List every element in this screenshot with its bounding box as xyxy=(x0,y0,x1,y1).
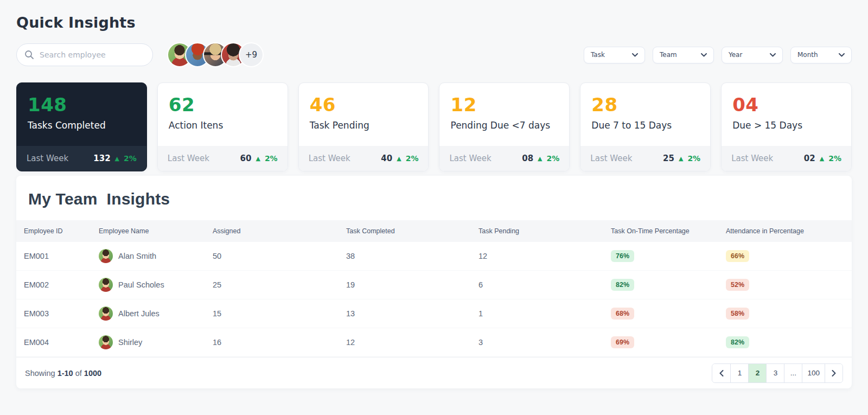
trend-percent: 2% xyxy=(547,154,560,163)
stat-card-pending-due-7[interactable]: 12 Pending Due <7 days Last Week 08 ▲ 2% xyxy=(439,82,570,171)
last-week-label: Last Week xyxy=(449,154,491,163)
completed-value: 12 xyxy=(346,338,478,347)
filter-bar: Task Team Year Month xyxy=(584,47,852,63)
col-on-time-pct: Task On-Time Percentage xyxy=(611,227,726,235)
chevron-left-icon xyxy=(719,370,724,376)
table-row[interactable]: EM001 Alan Smith 50 38 12 76% 66% xyxy=(16,242,852,271)
stat-card-footer: Last Week 02 ▲ 2% xyxy=(722,146,851,171)
col-attendance-pct: Attendance in Percentage xyxy=(726,227,844,235)
employee-name: Shirley xyxy=(118,338,142,347)
assigned-value: 16 xyxy=(213,338,346,347)
on-time-badge: 69% xyxy=(611,336,634,348)
next-page-button[interactable] xyxy=(825,364,843,382)
page-button-3[interactable]: 3 xyxy=(766,364,784,382)
assigned-value: 25 xyxy=(213,280,346,289)
filter-year[interactable]: Year xyxy=(722,47,783,63)
stat-card-due-over-15[interactable]: 04 Due > 15 Days Last Week 02 ▲ 2% xyxy=(721,82,852,171)
stat-label: Due 7 to 15 Days xyxy=(591,120,699,131)
last-week-value: 25 xyxy=(663,154,674,163)
stat-value: 12 xyxy=(450,94,558,116)
completed-value: 19 xyxy=(346,280,478,289)
stat-card-footer: Last Week 60 ▲ 2% xyxy=(158,146,288,171)
stat-label: Action Itens xyxy=(169,120,277,131)
col-employee-name: Employee Name xyxy=(99,227,213,235)
col-assigned: Assigned xyxy=(213,227,346,235)
filter-month[interactable]: Month xyxy=(790,47,852,63)
stat-cards-row: 148 Tasks Completed Last Week 132 ▲ 2% 6… xyxy=(16,82,852,171)
page-button-100[interactable]: 100 xyxy=(802,364,825,382)
trend-percent: 2% xyxy=(265,154,278,163)
avatar-overflow-badge[interactable]: +9 xyxy=(239,42,264,67)
stat-card-tasks-completed[interactable]: 148 Tasks Completed Last Week 132 ▲ 2% xyxy=(16,82,147,171)
prev-page-button[interactable] xyxy=(712,364,730,382)
trend-percent: 2% xyxy=(124,154,137,163)
stat-label: Tasks Completed xyxy=(28,120,136,131)
stat-card-body: 12 Pending Due <7 days xyxy=(439,83,569,146)
col-task-completed: Task Completed xyxy=(346,227,478,235)
showing-total: 1000 xyxy=(84,369,101,378)
trend-up-icon: ▲ xyxy=(397,155,401,162)
page-button-1[interactable]: 1 xyxy=(730,364,748,382)
stat-card-footer: Last Week 40 ▲ 2% xyxy=(299,146,429,171)
employee-avatar xyxy=(99,249,113,263)
team-insights-panel: My Team Insights Employee ID Employee Na… xyxy=(16,176,852,388)
filter-team[interactable]: Team xyxy=(653,47,714,63)
stat-card-body: 28 Due 7 to 15 Days xyxy=(580,83,710,146)
last-week-label: Last Week xyxy=(590,154,632,163)
header-toolbar: +9 Task Team Year Month xyxy=(16,42,852,67)
trend-up-icon: ▲ xyxy=(115,155,119,162)
stat-card-body: 62 Action Itens xyxy=(158,83,288,146)
table-row[interactable]: EM003 Albert Jules 15 13 1 68% 58% xyxy=(16,299,852,328)
stat-card-action-items[interactable]: 62 Action Itens Last Week 60 ▲ 2% xyxy=(157,82,288,171)
stat-value: 62 xyxy=(169,94,277,116)
assigned-value: 50 xyxy=(213,252,346,260)
search-box[interactable] xyxy=(16,43,153,66)
trend-up-icon: ▲ xyxy=(679,155,683,162)
chevron-right-icon xyxy=(832,370,836,376)
pending-value: 1 xyxy=(478,309,611,318)
trend-percent: 2% xyxy=(406,154,419,163)
stat-card-body: 46 Task Pending xyxy=(299,83,429,146)
chevron-down-icon xyxy=(839,53,845,57)
stat-card-footer: Last Week 25 ▲ 2% xyxy=(580,146,710,171)
chevron-down-icon xyxy=(632,53,638,57)
pending-value: 12 xyxy=(478,252,611,260)
page-button-2[interactable]: 2 xyxy=(748,364,766,382)
stat-label: Due > 15 Days xyxy=(732,120,840,131)
employee-name-cell: Paul Scholes xyxy=(99,278,213,292)
avatar-group: +9 xyxy=(167,42,264,67)
search-input[interactable] xyxy=(40,50,145,59)
page-button-ellipsis[interactable]: ... xyxy=(784,364,802,382)
last-week-label: Last Week xyxy=(731,154,773,163)
pagination: 1 2 3 ... 100 xyxy=(712,363,843,383)
last-week-label: Last Week xyxy=(27,154,68,163)
completed-value: 13 xyxy=(346,309,478,318)
employee-name-cell: Albert Jules xyxy=(99,307,213,321)
stat-card-task-pending[interactable]: 46 Task Pending Last Week 40 ▲ 2% xyxy=(298,82,429,171)
pending-value: 3 xyxy=(478,338,611,347)
employee-name: Alan Smith xyxy=(118,252,156,260)
filter-year-label: Year xyxy=(729,51,742,59)
showing-summary: Showing 1-10 of 1000 xyxy=(25,369,101,378)
showing-of: of xyxy=(75,369,82,378)
showing-label: Showing xyxy=(25,369,55,378)
stat-label: Pending Due <7 days xyxy=(450,120,558,131)
last-week-value: 02 xyxy=(804,154,815,163)
col-employee-id: Employee ID xyxy=(24,227,99,235)
last-week-label: Last Week xyxy=(168,154,209,163)
on-time-badge: 76% xyxy=(611,250,634,262)
stat-card-body: 148 Tasks Completed xyxy=(17,83,146,146)
filter-task[interactable]: Task xyxy=(584,47,645,63)
stat-card-due-7-15[interactable]: 28 Due 7 to 15 Days Last Week 25 ▲ 2% xyxy=(580,82,711,171)
employee-id: EM001 xyxy=(24,252,99,260)
filter-team-label: Team xyxy=(660,51,677,59)
table-row[interactable]: EM002 Paul Scholes 25 19 6 82% 52% xyxy=(16,271,852,299)
table-row[interactable]: EM004 Shirley 16 12 3 69% 82% xyxy=(16,328,852,357)
table-footer: Showing 1-10 of 1000 1 2 3 ... 100 xyxy=(16,357,852,388)
last-week-value: 132 xyxy=(93,154,110,163)
last-week-value: 60 xyxy=(240,154,252,163)
chevron-down-icon xyxy=(701,53,707,57)
stat-label: Task Pending xyxy=(310,120,418,131)
employee-id: EM004 xyxy=(24,338,99,347)
trend-up-icon: ▲ xyxy=(256,155,260,162)
